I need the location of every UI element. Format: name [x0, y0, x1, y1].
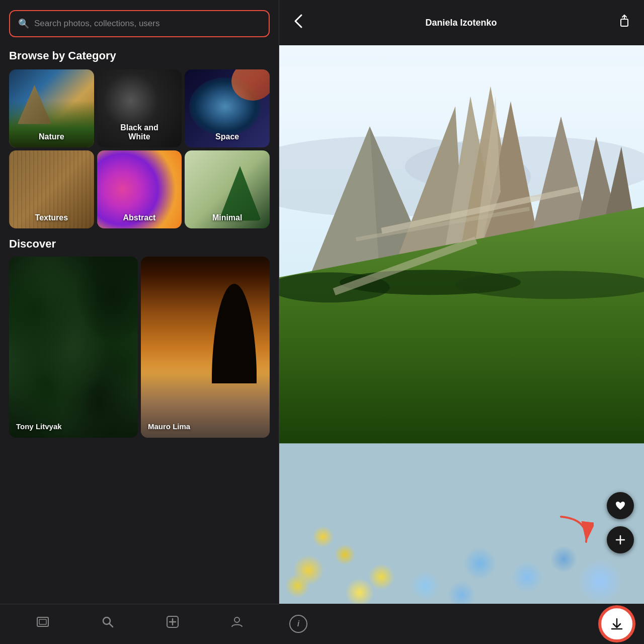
profile-nav-icon: [231, 616, 243, 631]
download-icon: [610, 617, 624, 631]
info-button[interactable]: i: [289, 615, 307, 633]
red-arrow: [553, 509, 594, 549]
category-bw-label: Black andWhite: [97, 123, 182, 141]
photographer-mauro: Mauro Lima: [148, 422, 190, 431]
categories-grid: Nature Black andWhite Space Textures: [0, 69, 279, 228]
category-textures[interactable]: Textures: [9, 150, 94, 228]
nav-home[interactable]: [26, 612, 59, 636]
photo-container: [279, 45, 644, 604]
search-box[interactable]: 🔍 Search photos, collections, users: [9, 10, 270, 37]
svg-line-3: [110, 623, 113, 627]
nav-profile[interactable]: [221, 612, 253, 637]
like-button[interactable]: [607, 492, 634, 519]
right-bottom-bar: i: [279, 604, 644, 644]
category-bw[interactable]: Black andWhite: [97, 69, 182, 147]
right-panel: Daniela Izotenko: [279, 0, 644, 644]
search-nav-icon: [102, 616, 114, 631]
svg-point-7: [234, 617, 239, 622]
discover-grid: Tony Litvyak Mauro Lima: [9, 257, 270, 438]
search-container: 🔍 Search photos, collections, users: [0, 0, 279, 45]
category-nature-label: Nature: [9, 132, 94, 141]
nav-search[interactable]: [92, 612, 124, 637]
action-buttons: [607, 492, 634, 553]
browse-section: Browse by Category Nature Black andWhite…: [0, 45, 279, 228]
back-button[interactable]: [289, 9, 307, 36]
category-space-label: Space: [185, 132, 270, 141]
category-textures-label: Textures: [9, 213, 94, 222]
share-button[interactable]: [615, 10, 634, 35]
download-button[interactable]: [600, 607, 634, 641]
left-panel: 🔍 Search photos, collections, users Brow…: [0, 0, 279, 644]
browse-title: Browse by Category: [0, 45, 279, 69]
category-minimal[interactable]: Minimal: [185, 150, 270, 228]
search-icon: 🔍: [18, 18, 29, 29]
svg-rect-1: [39, 619, 46, 624]
info-icon: i: [297, 619, 299, 628]
category-space[interactable]: Space: [185, 69, 270, 147]
bottom-nav: [0, 604, 279, 644]
category-minimal-label: Minimal: [185, 213, 270, 222]
add-button[interactable]: [607, 526, 634, 553]
nav-add[interactable]: [156, 612, 189, 637]
discover-photo-sunset[interactable]: Mauro Lima: [141, 257, 270, 438]
right-header: Daniela Izotenko: [279, 0, 644, 45]
svg-rect-8: [621, 19, 628, 26]
search-placeholder[interactable]: Search photos, collections, users: [34, 19, 261, 29]
discover-title: Discover: [9, 237, 270, 251]
category-abstract[interactable]: Abstract: [97, 150, 182, 228]
photographer-tony: Tony Litvyak: [16, 422, 62, 431]
home-icon: [36, 616, 49, 630]
photographer-title: Daniela Izotenko: [425, 18, 497, 28]
discover-section: Discover Tony Litvyak Mauro Lima: [0, 231, 279, 438]
category-abstract-label: Abstract: [97, 213, 182, 222]
discover-photo-pine[interactable]: Tony Litvyak: [9, 257, 138, 438]
category-nature[interactable]: Nature: [9, 69, 94, 147]
add-nav-icon: [167, 616, 179, 631]
